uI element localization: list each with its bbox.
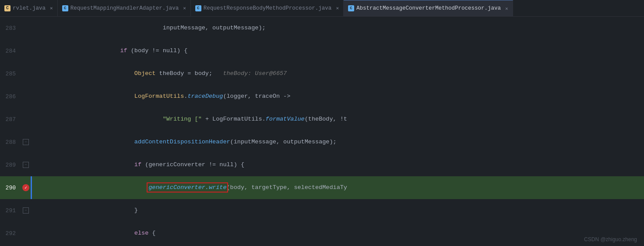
tab-rvlet[interactable]: C rvlet.java ✕	[0, 0, 58, 17]
fold-icon-289[interactable]: −	[23, 162, 29, 168]
code-line-283: 283 inputMessage, outputMessage);	[0, 17, 644, 39]
code-content-284: if (body != null) {	[31, 39, 644, 62]
tab-icon-requestresponse: C	[195, 5, 201, 11]
tab-requestresponse[interactable]: C RequestResponseBodyMethodProcessor.jav…	[191, 0, 344, 17]
code-content-287: "Writing [" + LogFormatUtils.formatValue…	[31, 108, 644, 131]
code-line-292: 292 else {	[0, 222, 644, 245]
watermark: CSDN @zhiguo.zheng	[584, 236, 637, 242]
tab-requestmapping[interactable]: C RequestMappingHandlerAdapter.java ✕	[58, 0, 191, 17]
code-content-289: if (genericConverter != null) {	[31, 153, 644, 176]
code-content-290: genericConverter.write(body, targetType,…	[31, 176, 644, 199]
tab-close-requestresponse[interactable]: ✕	[336, 5, 339, 11]
code-line-291: 291 − }	[0, 199, 644, 222]
code-content-285: Object theBody = body; theBody: User@665…	[31, 62, 644, 85]
code-line-287: 287 "Writing [" + LogFormatUtils.formatV…	[0, 108, 644, 131]
code-line-285: 285 Object theBody = body; theBody: User…	[0, 62, 644, 85]
tab-icon-requestmapping: C	[62, 5, 68, 11]
line-number-286: 286	[0, 93, 21, 100]
code-content-283: inputMessage, outputMessage);	[31, 17, 644, 39]
tab-close-requestmapping[interactable]: ✕	[183, 5, 186, 11]
gutter-290: ✓	[21, 184, 31, 191]
code-content-288: addContentDispositionHeader(inputMessage…	[31, 131, 644, 153]
tab-label-requestresponse: RequestResponseBodyMethodProcessor.java	[204, 5, 332, 11]
line-number-284: 284	[0, 48, 21, 54]
fold-icon-291[interactable]: −	[23, 207, 29, 214]
gutter-291: −	[21, 207, 31, 214]
tab-label-requestmapping: RequestMappingHandlerAdapter.java	[70, 5, 179, 11]
tab-close-abstract[interactable]: ✕	[505, 6, 508, 11]
gutter-288: −	[21, 139, 31, 145]
code-line-284: 284 if (body != null) {	[0, 39, 644, 62]
tab-label-abstract: AbstractMessageConverterMethodProcessor.…	[356, 5, 501, 11]
code-line-289: 289 − if (genericConverter != null) {	[0, 153, 644, 176]
line-number-291: 291	[0, 207, 21, 214]
fold-icon-288[interactable]: −	[23, 139, 29, 145]
code-content-291: }	[31, 199, 644, 222]
code-content-292: else {	[31, 222, 644, 245]
line-number-285: 285	[0, 71, 21, 77]
code-line-286: 286 LogFormatUtils.traceDebug(logger, tr…	[0, 85, 644, 108]
tab-label-rvlet: rvlet.java	[13, 5, 46, 11]
line-number-292: 292	[0, 230, 21, 237]
line-number-288: 288	[0, 139, 21, 146]
line-number-283: 283	[0, 25, 21, 32]
tab-icon-rvlet: C	[4, 5, 11, 11]
code-content-286: LogFormatUtils.traceDebug(logger, traceO…	[31, 85, 644, 108]
line-number-287: 287	[0, 116, 21, 123]
breakpoint-icon-290[interactable]: ✓	[22, 184, 29, 191]
code-area: 283 inputMessage, outputMessage); 284 if…	[0, 17, 644, 246]
line-number-290: 290	[0, 185, 21, 191]
tab-bar: C rvlet.java ✕ C RequestMappingHandlerAd…	[0, 0, 644, 17]
tab-close-rvlet[interactable]: ✕	[50, 5, 53, 11]
tab-abstract[interactable]: C AbstractMessageConverterMethodProcesso…	[344, 0, 513, 17]
line-number-289: 289	[0, 162, 21, 168]
current-line-indicator	[31, 176, 32, 199]
tab-icon-abstract: C	[348, 5, 354, 11]
gutter-289: −	[21, 162, 31, 168]
code-line-288: 288 − addContentDispositionHeader(inputM…	[0, 131, 644, 153]
code-line-290: 290 ✓ genericConverter.write(body, targe…	[0, 176, 644, 199]
